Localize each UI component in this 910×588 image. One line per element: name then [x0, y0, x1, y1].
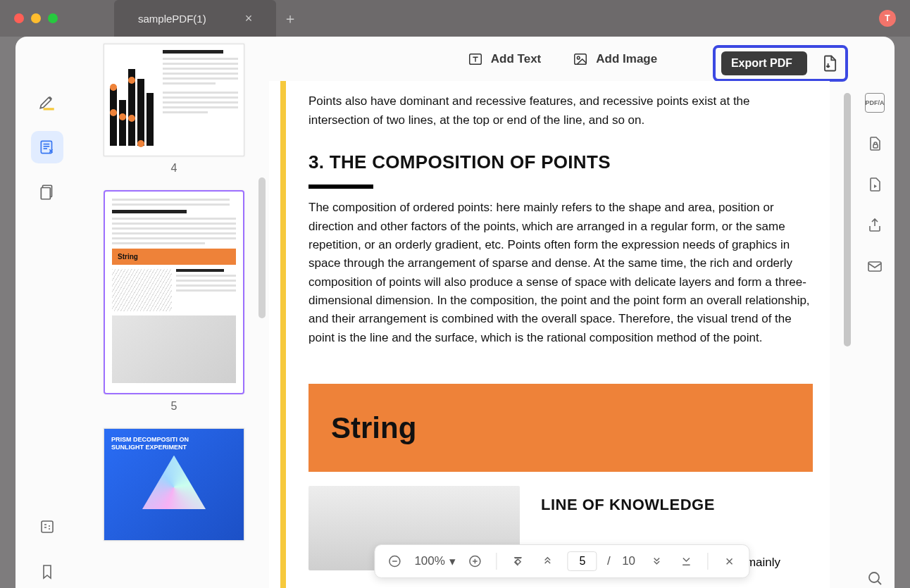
view-control-bar: 100% ▾ / 10 ×	[374, 544, 749, 578]
main-area: Add Text Add Image Export PDF Points	[269, 37, 855, 588]
thumb-highlight-tag: String	[112, 249, 236, 265]
zoom-level-value: 100%	[414, 554, 444, 568]
add-text-button[interactable]: Add Text	[467, 51, 541, 68]
page-manage-tool[interactable]	[31, 176, 63, 208]
svg-rect-3	[42, 521, 53, 532]
window-controls	[14, 13, 58, 23]
partial-text: mainly	[746, 556, 780, 570]
export-pdf-button[interactable]	[820, 54, 840, 73]
thumbnail-page-4[interactable]: 4	[93, 44, 255, 175]
tab-title: samplePDF(1)	[138, 13, 206, 25]
close-window-button[interactable]	[14, 13, 24, 23]
add-image-label: Add Image	[596, 52, 657, 66]
new-tab-button[interactable]: ＋	[276, 0, 304, 37]
prism-graphic	[142, 456, 206, 519]
thumbnail-page-5[interactable]: String 5	[93, 190, 255, 413]
chevron-down-icon: ▾	[449, 554, 456, 569]
highlighter-tool[interactable]	[31, 86, 63, 118]
body-paragraph: Points also have dominant and recessive …	[308, 92, 813, 130]
page-sep: /	[607, 554, 611, 568]
first-page-button[interactable]	[509, 551, 528, 571]
minimize-window-button[interactable]	[31, 13, 41, 23]
mail-button[interactable]	[865, 256, 885, 276]
app-frame: 4 String 5 PR	[15, 37, 895, 588]
thumb-page-number: 4	[171, 162, 177, 175]
tabstrip: samplePDF(1) × ＋	[114, 0, 304, 37]
search-button[interactable]	[865, 568, 885, 588]
share-button[interactable]	[865, 215, 885, 235]
bookmark-tool[interactable]	[31, 556, 63, 588]
close-bar-button[interactable]: ×	[720, 551, 740, 571]
page-number-input[interactable]	[568, 551, 597, 571]
form-tool[interactable]	[31, 511, 63, 543]
page-margin-stripe	[280, 81, 286, 588]
fullscreen-window-button[interactable]	[48, 13, 58, 23]
body-paragraph: The composition of ordered points: here …	[308, 199, 813, 347]
zoom-out-button[interactable]	[385, 551, 404, 571]
svg-rect-2	[41, 188, 50, 199]
document-tab[interactable]: samplePDF(1) ×	[114, 0, 276, 37]
close-tab-icon[interactable]: ×	[245, 11, 253, 26]
thumbnail-page-6[interactable]: PRISM DECOMPOSITI ON SUNLIGHT EXPERIMENT	[93, 428, 255, 541]
svg-point-6	[578, 56, 580, 59]
pdf-a-button[interactable]: PDF/A	[865, 93, 885, 113]
prev-page-button[interactable]	[538, 551, 558, 571]
image-icon	[572, 51, 589, 68]
edit-toolbar: Add Text Add Image Export PDF	[269, 37, 855, 81]
section-heading: 3. THE COMPOSITION OF POINTS	[308, 148, 813, 176]
thumb-page-number: 5	[171, 400, 177, 413]
protect-button[interactable]	[865, 134, 885, 154]
subsection-heading: LINE OF KNOWLEDGE	[541, 493, 813, 517]
svg-rect-9	[873, 144, 878, 148]
left-rail	[15, 37, 79, 588]
thumbnail-panel: 4 String 5 PR	[79, 37, 269, 588]
heading-underline	[308, 184, 373, 189]
zoom-in-button[interactable]	[466, 551, 485, 571]
add-image-button[interactable]: Add Image	[572, 51, 657, 68]
thumb-slide-title: PRISM DECOMPOSITI ON SUNLIGHT EXPERIMENT	[111, 436, 189, 451]
svg-rect-5	[575, 54, 587, 64]
document-scrollbar[interactable]	[844, 93, 851, 389]
svg-rect-10	[868, 262, 881, 271]
svg-point-11	[869, 573, 879, 582]
right-rail: PDF/A	[855, 37, 895, 588]
add-text-label: Add Text	[491, 52, 541, 66]
slideshow-button[interactable]	[865, 175, 885, 194]
text-icon	[467, 51, 484, 68]
last-page-button[interactable]	[677, 551, 697, 571]
page-total: 10	[621, 554, 637, 568]
export-pdf-tooltip: Export PDF	[721, 51, 807, 75]
edit-text-tool[interactable]	[31, 131, 63, 163]
avatar[interactable]: T	[879, 10, 896, 27]
thumbnail-scrollbar[interactable]	[258, 177, 266, 318]
document-page: Points also have dominant and recessive …	[269, 81, 830, 588]
highlight-banner: String	[308, 384, 813, 472]
next-page-button[interactable]	[647, 551, 667, 571]
titlebar: samplePDF(1) × ＋ T	[0, 0, 910, 37]
zoom-level-dropdown[interactable]: 100% ▾	[414, 554, 455, 569]
export-pdf-highlight: Export PDF	[713, 45, 848, 82]
